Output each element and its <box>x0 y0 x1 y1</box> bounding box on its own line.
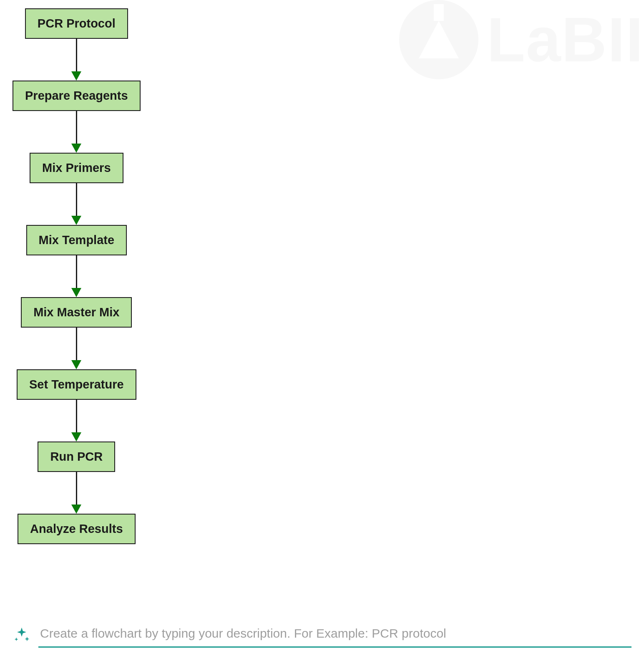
flowchart-prompt-input[interactable] <box>38 622 631 648</box>
prompt-bar <box>13 622 631 648</box>
flowchart-container: PCR Protocol Prepare Reagents Mix Primer… <box>13 8 141 544</box>
arrow-down-icon <box>71 39 81 81</box>
arrow-down-icon <box>71 111 81 153</box>
brand-text: LaBII <box>487 4 644 76</box>
brand-watermark: LaBII <box>399 0 644 79</box>
arrow-down-icon <box>71 328 81 369</box>
sparkle-icon <box>13 626 31 644</box>
flowchart-node[interactable]: Mix Primers <box>30 153 123 183</box>
flask-icon <box>399 0 478 79</box>
flowchart-node[interactable]: PCR Protocol <box>25 8 128 39</box>
flowchart-node[interactable]: Run PCR <box>38 442 115 472</box>
arrow-down-icon <box>71 472 81 514</box>
flowchart-node[interactable]: Prepare Reagents <box>13 81 141 111</box>
arrow-down-icon <box>71 183 81 225</box>
flowchart-node[interactable]: Mix Master Mix <box>21 297 132 328</box>
arrow-down-icon <box>71 255 81 297</box>
arrow-down-icon <box>71 400 81 442</box>
flowchart-node[interactable]: Analyze Results <box>18 514 135 544</box>
flowchart-node[interactable]: Mix Template <box>26 225 127 255</box>
flowchart-node[interactable]: Set Temperature <box>17 369 136 400</box>
